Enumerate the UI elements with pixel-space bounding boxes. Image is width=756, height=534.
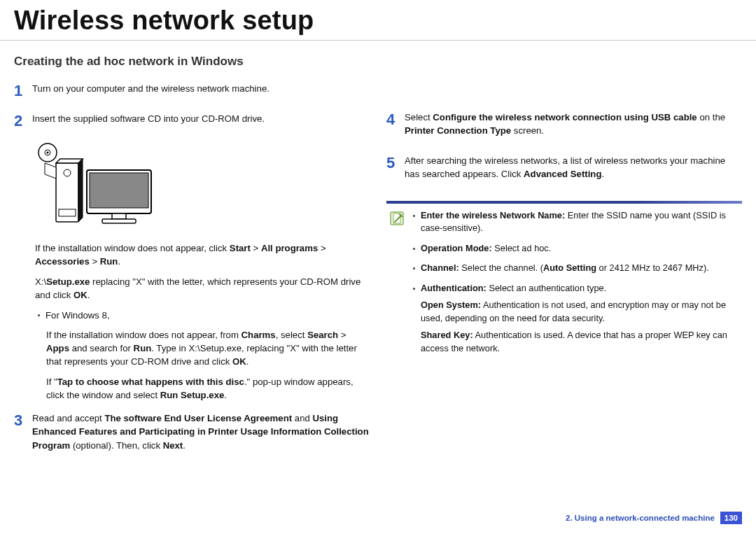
win8-bullet: For Windows 8, bbox=[35, 309, 370, 322]
step-3: 3 Read and accept The software End User … bbox=[14, 412, 370, 458]
step-1: 1 Turn on your computer and the wireless… bbox=[14, 82, 370, 102]
cd-computer-illustration bbox=[35, 142, 370, 233]
svg-point-4 bbox=[64, 169, 71, 176]
note-sub: Shared Key: Authentication is used. A de… bbox=[421, 329, 739, 355]
step-body: Select Configure the wireless network co… bbox=[405, 111, 742, 144]
bullet-icon bbox=[413, 215, 415, 217]
step-text: Select Configure the wireless network co… bbox=[405, 111, 742, 137]
svg-rect-7 bbox=[90, 173, 148, 208]
note-list: Enter the wireless Network Name: Enter t… bbox=[410, 209, 739, 363]
step-number: 5 bbox=[386, 154, 405, 171]
step-body: Insert the supplied software CD into you… bbox=[32, 112, 370, 132]
step-text: Read and accept The software End User Li… bbox=[32, 412, 370, 451]
page-footer: 2. Using a network-connected machine 130 bbox=[566, 512, 742, 524]
right-column: 4 Select Configure the wireless network … bbox=[386, 41, 742, 469]
step-number: 4 bbox=[386, 111, 405, 127]
setupexe-note: X:\Setup.exe replacing "X" with the lett… bbox=[35, 275, 370, 302]
step-text: Insert the supplied software CD into you… bbox=[32, 112, 370, 125]
bullet-icon bbox=[413, 248, 415, 250]
win8-label: For Windows 8, bbox=[46, 309, 110, 322]
svg-rect-9 bbox=[102, 219, 136, 223]
step-body: Turn on your computer and the wireless n… bbox=[32, 82, 370, 102]
step-body: Read and accept The software End User Li… bbox=[32, 412, 370, 458]
step-2: 2 Insert the supplied software CD into y… bbox=[14, 112, 370, 132]
step-number: 2 bbox=[14, 112, 32, 129]
note-item: Channel: Select the channel. (Auto Setti… bbox=[410, 262, 739, 275]
step-number: 1 bbox=[14, 82, 32, 99]
svg-point-2 bbox=[47, 151, 49, 153]
note-icon bbox=[389, 211, 405, 230]
win8-charms-note: If the installation window does not appe… bbox=[35, 328, 370, 368]
win8-tap-note: If "Tap to choose what happens with this… bbox=[35, 375, 370, 402]
step-4: 4 Select Configure the wireless network … bbox=[386, 111, 742, 144]
step-body: After searching the wireless networks, a… bbox=[405, 154, 742, 188]
section-subheading: Creating the ad hoc network in Windows bbox=[14, 53, 370, 71]
note-sub: Open System: Authentication is not used,… bbox=[421, 299, 739, 325]
note-item: Authentication: Select an authentication… bbox=[410, 282, 739, 356]
content-area: Creating the ad hoc network in Windows 1… bbox=[0, 41, 756, 469]
chapter-label: 2. Using a network-connected machine bbox=[566, 514, 715, 522]
step-text: Turn on your computer and the wireless n… bbox=[32, 82, 370, 95]
step-text: After searching the wireless networks, a… bbox=[405, 154, 742, 181]
note-box: Enter the wireless Network Name: Enter t… bbox=[386, 201, 742, 363]
note-item: Enter the wireless Network Name: Enter t… bbox=[410, 209, 739, 235]
page-number-badge: 130 bbox=[720, 512, 742, 524]
note-item: Operation Mode: Select ad hoc. bbox=[410, 242, 739, 255]
install-notes: If the installation window does not appe… bbox=[14, 241, 370, 402]
svg-rect-8 bbox=[112, 213, 126, 219]
page-title: Wireless network setup bbox=[0, 0, 756, 41]
install-window-note: If the installation window does not appe… bbox=[35, 241, 370, 268]
bullet-icon bbox=[413, 288, 415, 290]
bullet-icon bbox=[413, 267, 415, 269]
left-column: Creating the ad hoc network in Windows 1… bbox=[14, 41, 370, 469]
step-number: 3 bbox=[14, 412, 32, 428]
step-5: 5 After searching the wireless networks,… bbox=[386, 154, 742, 188]
bullet-icon bbox=[38, 314, 40, 316]
